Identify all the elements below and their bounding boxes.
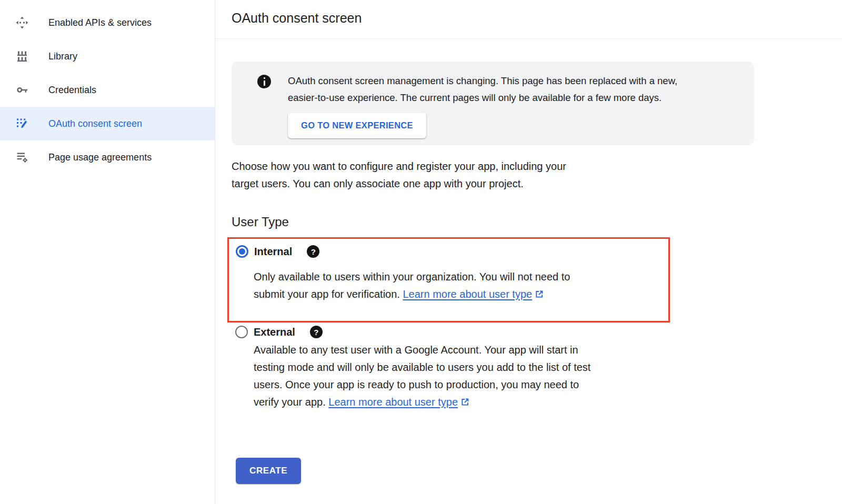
key-icon <box>16 84 28 96</box>
internal-label[interactable]: Internal <box>254 246 292 258</box>
main-content: OAuth consent screen OAuth consent scree… <box>216 0 842 504</box>
user-type-option-internal[interactable]: Internal ? <box>236 245 319 258</box>
sidebar-item-enabled-apis[interactable]: Enabled APIs & services <box>0 6 215 39</box>
external-description-line4: verify your app. <box>254 396 328 408</box>
sidebar-item-page-usage-agreements[interactable]: Page usage agreements <box>0 140 215 174</box>
info-icon <box>257 75 271 88</box>
external-link-icon <box>460 397 470 407</box>
external-description: Available to any test user with a Google… <box>254 341 590 411</box>
user-type-option-external[interactable]: External ? <box>235 326 323 338</box>
internal-learn-more-link[interactable]: Learn more about user type <box>403 288 532 300</box>
sidebar-item-label: Page usage agreements <box>48 152 152 163</box>
page-title: OAuth consent screen <box>232 11 362 26</box>
internal-description-line1: Only available to users within your orga… <box>254 268 570 286</box>
intro-paragraph: Choose how you want to configure and reg… <box>232 158 566 193</box>
internal-description: Only available to users within your orga… <box>254 268 570 303</box>
sidebar-item-library[interactable]: Library <box>0 39 215 73</box>
apis-icon <box>16 16 28 29</box>
sidebar-item-label: OAuth consent screen <box>48 118 142 129</box>
user-type-heading: User Type <box>232 215 289 229</box>
library-icon <box>16 50 28 63</box>
internal-description-line2: submit your app for verification. <box>254 288 403 300</box>
sidebar: Enabled APIs & services Library Credenti… <box>0 0 215 504</box>
oauth-consent-icon <box>16 117 28 130</box>
header-divider <box>216 38 842 39</box>
sidebar-item-label: Library <box>48 51 77 62</box>
create-button[interactable]: CREATE <box>236 458 301 484</box>
internal-help-icon[interactable]: ? <box>307 245 319 258</box>
info-banner: OAuth consent screen management is chang… <box>232 62 754 145</box>
external-radio-unselected[interactable] <box>235 326 248 338</box>
banner-text-line1: OAuth consent screen management is chang… <box>288 73 677 89</box>
sidebar-item-label: Credentials <box>48 85 96 96</box>
external-label[interactable]: External <box>254 326 295 338</box>
external-description-line1: Available to any test user with a Google… <box>254 341 590 359</box>
external-link-icon <box>534 289 544 299</box>
banner-text-line2: easier-to-use experience. The current pa… <box>288 89 677 106</box>
sidebar-item-credentials[interactable]: Credentials <box>0 73 215 107</box>
internal-radio-selected[interactable] <box>236 245 248 258</box>
sidebar-item-label: Enabled APIs & services <box>48 17 152 28</box>
external-description-line2: testing mode and will only be available … <box>254 359 590 376</box>
intro-line2: target users. You can only associate one… <box>232 175 566 193</box>
external-learn-more-link[interactable]: Learn more about user type <box>328 396 458 408</box>
go-to-new-experience-button[interactable]: GO TO NEW EXPERIENCE <box>288 113 426 138</box>
external-help-icon[interactable]: ? <box>310 326 323 338</box>
intro-line1: Choose how you want to configure and reg… <box>232 158 566 175</box>
sidebar-item-oauth-consent-screen[interactable]: OAuth consent screen <box>0 107 215 140</box>
external-description-line3: users. Once your app is ready to push to… <box>254 376 590 394</box>
page-usage-icon <box>16 151 28 164</box>
